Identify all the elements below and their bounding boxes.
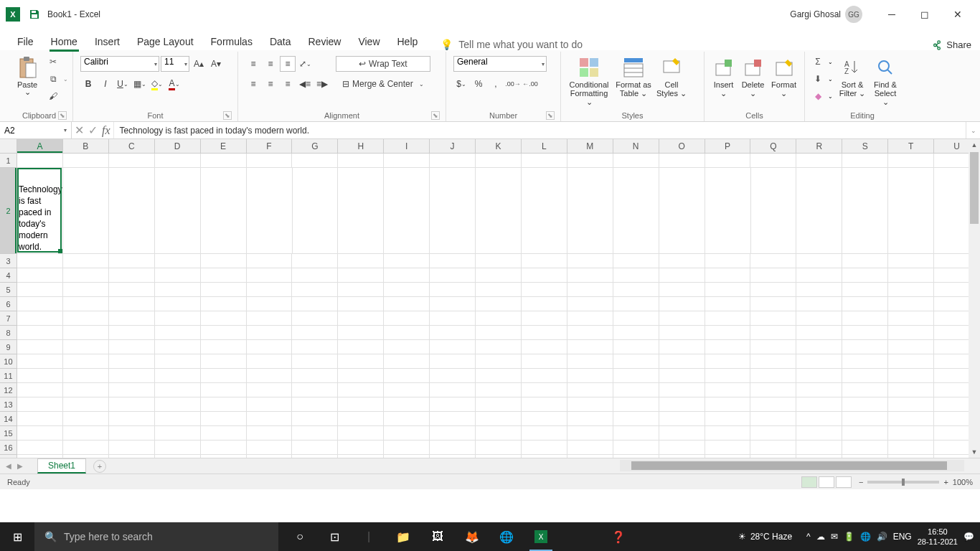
name-box[interactable]: A2 ▾ [0, 122, 72, 138]
cell[interactable] [155, 369, 201, 383]
normal-view-button[interactable] [801, 476, 817, 488]
conditional-formatting-button[interactable]: Conditional Formatting ⌄ [565, 55, 613, 108]
cell[interactable] [201, 254, 247, 268]
cell[interactable] [384, 426, 430, 441]
cell[interactable] [17, 397, 63, 412]
font-dialog-launcher[interactable]: ⬊ [223, 111, 232, 120]
cell[interactable] [201, 268, 247, 283]
enter-formula-button[interactable]: ✓ [88, 123, 98, 137]
merge-center-button[interactable]: ⊟ Merge & Center ⌄ [336, 76, 430, 92]
find-select-button[interactable]: Find & Select ⌄ [869, 55, 902, 108]
cell[interactable] [842, 311, 888, 326]
cell[interactable] [613, 369, 659, 383]
cell[interactable] [888, 369, 934, 383]
tab-home[interactable]: Home [42, 33, 86, 50]
cell[interactable] [155, 154, 201, 168]
cell[interactable] [247, 268, 293, 283]
cell[interactable] [247, 168, 293, 254]
cell[interactable] [705, 154, 751, 168]
cell[interactable] [659, 369, 705, 383]
cell[interactable] [613, 283, 659, 297]
cell[interactable] [888, 268, 934, 283]
volume-tray-icon[interactable]: 🔊 [877, 532, 887, 542]
taskbar-search[interactable]: 🔍 Type here to search [34, 522, 278, 551]
cell[interactable] [384, 168, 430, 254]
cell[interactable] [888, 426, 934, 441]
cell[interactable] [63, 311, 109, 326]
cell[interactable] [705, 397, 751, 412]
cell[interactable] [292, 311, 338, 326]
italic-button[interactable]: I [98, 76, 113, 92]
cell[interactable] [430, 354, 476, 369]
cell[interactable] [796, 297, 842, 311]
col-header-n[interactable]: N [613, 139, 659, 153]
tab-help[interactable]: Help [389, 33, 427, 50]
cell[interactable] [888, 168, 934, 254]
cell[interactable] [338, 283, 384, 297]
cell[interactable] [384, 354, 430, 369]
select-all-button[interactable] [0, 139, 17, 153]
cell[interactable] [247, 254, 293, 268]
bold-button[interactable]: B [80, 76, 96, 92]
firefox-taskbar[interactable]: 🦊 [456, 522, 488, 551]
cell[interactable] [63, 283, 109, 297]
cell[interactable] [201, 354, 247, 369]
scroll-down-button[interactable]: ▼ [969, 446, 980, 458]
tab-file[interactable]: File [9, 33, 42, 50]
cell[interactable] [476, 426, 522, 441]
col-header-s[interactable]: S [842, 139, 888, 153]
cell[interactable] [155, 412, 201, 426]
cell[interactable] [567, 297, 613, 311]
cell[interactable] [659, 254, 705, 268]
cell[interactable] [705, 369, 751, 383]
cell[interactable] [247, 426, 293, 441]
cell[interactable] [338, 354, 384, 369]
network-tray-icon[interactable]: 🌐 [860, 532, 871, 542]
zoom-slider[interactable] [867, 481, 939, 484]
cell[interactable] [338, 412, 384, 426]
cell[interactable] [613, 412, 659, 426]
cell-styles-button[interactable]: Cell Styles ⌄ [654, 55, 689, 99]
cell[interactable] [247, 441, 293, 455]
cell[interactable] [201, 283, 247, 297]
add-sheet-button[interactable]: + [93, 460, 106, 473]
cell[interactable] [888, 340, 934, 354]
col-header-t[interactable]: T [888, 139, 934, 153]
file-explorer-taskbar[interactable]: 📁 [387, 522, 419, 551]
cell[interactable] [247, 354, 293, 369]
clear-button[interactable]: ◆ [811, 89, 825, 103]
cell[interactable] [63, 254, 109, 268]
cell[interactable] [384, 297, 430, 311]
row-header-3[interactable]: 3 [0, 254, 17, 268]
cell[interactable] [247, 369, 293, 383]
start-button[interactable]: ⊞ [0, 522, 34, 551]
row-header-7[interactable]: 7 [0, 311, 17, 326]
cell[interactable] [155, 311, 201, 326]
cell[interactable] [63, 340, 109, 354]
cell[interactable] [750, 326, 796, 340]
page-layout-view-button[interactable] [819, 476, 834, 488]
cell[interactable] [201, 426, 247, 441]
cell[interactable] [63, 441, 109, 455]
task-view-button[interactable]: ⊡ [319, 522, 350, 551]
cell[interactable] [109, 311, 155, 326]
cell[interactable] [522, 354, 567, 369]
cell[interactable] [384, 311, 430, 326]
cell[interactable] [567, 426, 613, 441]
cell[interactable] [796, 311, 842, 326]
excel-taskbar[interactable]: X [525, 522, 557, 551]
zoom-in-button[interactable]: + [943, 478, 948, 486]
format-painter-button[interactable]: 🖌 [46, 89, 60, 103]
cell[interactable] [522, 326, 567, 340]
cell[interactable] [750, 354, 796, 369]
onedrive-tray-icon[interactable]: ☁ [816, 532, 825, 542]
cell[interactable] [750, 412, 796, 426]
cell[interactable] [338, 383, 384, 397]
cell[interactable] [613, 168, 659, 254]
cell[interactable] [750, 154, 796, 168]
cell[interactable] [796, 168, 842, 254]
col-header-i[interactable]: I [384, 139, 430, 153]
cell[interactable] [384, 283, 430, 297]
cell[interactable] [659, 154, 705, 168]
row-header-9[interactable]: 9 [0, 340, 17, 354]
